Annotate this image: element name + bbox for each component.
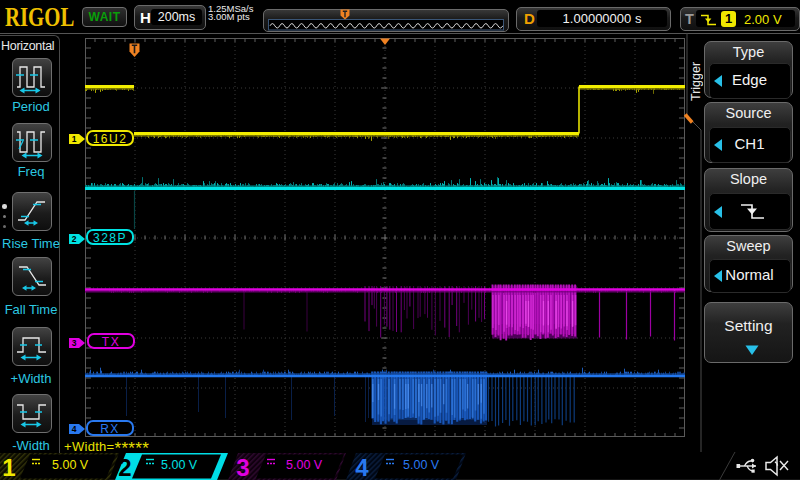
svg-text:4: 4 [72, 424, 77, 434]
svg-text:2: 2 [72, 234, 77, 244]
svg-text:3: 3 [72, 338, 77, 348]
svg-text:1: 1 [72, 134, 77, 144]
